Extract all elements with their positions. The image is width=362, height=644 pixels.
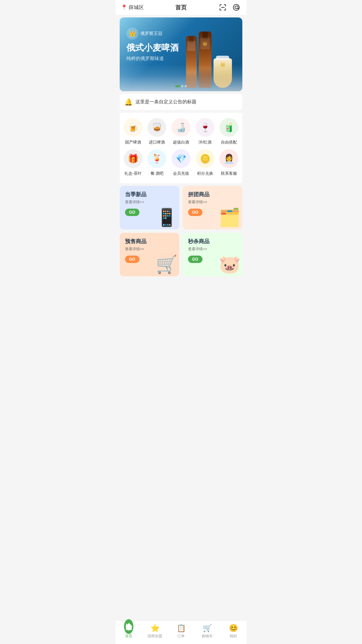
promo-new-season-title: 当季新品 bbox=[125, 191, 174, 198]
hero-banner[interactable]: 👑 俄罗斯王冠 俄式小麦啤酒 纯粹的俄罗斯味道 👑 👑 bbox=[120, 17, 242, 91]
brand-name: 俄罗斯王冠 bbox=[140, 31, 162, 37]
dot-3 bbox=[185, 85, 187, 87]
cat-bar-icon: 🍹 bbox=[147, 149, 166, 168]
cat-member-icon: 💎 bbox=[172, 149, 190, 168]
cat-mix-label: 自由搭配 bbox=[221, 140, 237, 145]
cat-member[interactable]: 💎 会员充值 bbox=[171, 149, 191, 176]
cat-domestic-label: 国产啤酒 bbox=[125, 140, 141, 145]
scan-icon[interactable] bbox=[218, 3, 228, 12]
banner-content: 👑 俄罗斯王冠 俄式小麦啤酒 纯粹的俄罗斯味道 bbox=[126, 28, 179, 62]
cat-baijiu[interactable]: 🍶 超值白酒 bbox=[171, 118, 191, 145]
cat-import-icon: 🥃 bbox=[147, 118, 166, 137]
notice-text: 这里是一条自定义公告的标题 bbox=[135, 99, 196, 105]
category-row-2: 🎁 礼盒-茶叶 🍹 餐.酒吧 💎 会员充值 🪙 积分兑换 bbox=[120, 149, 242, 180]
category-row-1: 🍺 国产啤酒 🥃 进口啤酒 🍶 超值白酒 🍷 洋/红酒 bbox=[120, 118, 242, 149]
cat-service[interactable]: 👩‍💼 联系客服 bbox=[219, 149, 239, 176]
promo-group-buy[interactable]: 拼团商品 查看详情>> GO 🗂️ bbox=[183, 186, 242, 229]
promo-flash-sale-image: 🐷 bbox=[219, 254, 241, 275]
promo-presale-title: 预售商品 bbox=[125, 238, 174, 245]
category-section: 🍺 国产啤酒 🥃 进口啤酒 🍶 超值白酒 🍷 洋/红酒 bbox=[120, 113, 242, 183]
cat-gift-icon: 🎁 bbox=[124, 149, 142, 168]
promo-flash-sale-go[interactable]: GO bbox=[188, 256, 202, 263]
crown-logo-icon: 👑 bbox=[126, 28, 138, 40]
promo-group-buy-image: 🗂️ bbox=[219, 207, 241, 228]
promo-new-season-subtitle: 查看详情>> bbox=[125, 200, 174, 205]
cat-wine-label: 洋/红酒 bbox=[198, 140, 212, 145]
cat-mix[interactable]: 🧃 自由搭配 bbox=[219, 118, 239, 145]
cat-bar[interactable]: 🍹 餐.酒吧 bbox=[147, 149, 167, 176]
promo-grid: 当季新品 查看详情>> GO 📱 拼团商品 查看详情>> GO 🗂️ 预售商品 … bbox=[120, 186, 242, 276]
location-pin-icon: 📍 bbox=[121, 4, 127, 10]
promo-flash-sale[interactable]: 秒杀商品 查看详情>> GO 🐷 bbox=[183, 233, 242, 276]
cat-import[interactable]: 🥃 进口啤酒 bbox=[147, 118, 167, 145]
promo-presale-subtitle: 查看详情>> bbox=[125, 247, 174, 252]
promo-flash-sale-title: 秒杀商品 bbox=[188, 238, 237, 245]
promo-presale[interactable]: 预售商品 查看详情>> GO 🛒 bbox=[120, 233, 179, 276]
promo-presale-go[interactable]: GO bbox=[125, 256, 139, 263]
cat-member-label: 会员充值 bbox=[173, 171, 189, 176]
cat-gift-label: 礼盒-茶叶 bbox=[124, 171, 142, 176]
promo-presale-image: 🛒 bbox=[156, 254, 178, 275]
dot-2 bbox=[181, 85, 183, 87]
header-bar: 📍 薛城区 首页 bbox=[116, 0, 246, 15]
cat-domestic[interactable]: 🍺 国产啤酒 bbox=[123, 118, 143, 145]
page-title: 首页 bbox=[175, 4, 187, 11]
location-area[interactable]: 📍 薛城区 bbox=[121, 4, 144, 11]
cat-mix-icon: 🧃 bbox=[220, 118, 238, 137]
dot-1 bbox=[175, 85, 180, 87]
cat-service-label: 联系客服 bbox=[221, 171, 237, 176]
promo-group-buy-title: 拼团商品 bbox=[188, 191, 237, 198]
promo-group-buy-subtitle: 查看详情>> bbox=[188, 200, 237, 205]
cat-points[interactable]: 🪙 积分兑换 bbox=[195, 149, 215, 176]
cat-import-label: 进口啤酒 bbox=[149, 140, 165, 145]
promo-new-season[interactable]: 当季新品 查看详情>> GO 📱 bbox=[120, 186, 179, 229]
cat-wine-icon: 🍷 bbox=[196, 118, 215, 137]
promo-group-buy-go[interactable]: GO bbox=[188, 209, 202, 216]
cat-points-icon: 🪙 bbox=[196, 149, 215, 168]
banner-logo: 👑 俄罗斯王冠 bbox=[126, 28, 179, 40]
promo-flash-sale-subtitle: 查看详情>> bbox=[188, 247, 237, 252]
cat-points-label: 积分兑换 bbox=[197, 171, 213, 176]
notice-bar[interactable]: 🔔 这里是一条自定义公告的标题 bbox=[120, 94, 242, 110]
cat-domestic-icon: 🍺 bbox=[124, 118, 142, 137]
location-text: 薛城区 bbox=[129, 4, 144, 11]
message-icon[interactable] bbox=[232, 3, 241, 12]
cat-service-icon: 👩‍💼 bbox=[220, 149, 238, 168]
banner-snow-overlay bbox=[120, 64, 242, 91]
promo-new-season-go[interactable]: GO bbox=[125, 209, 139, 216]
cat-baijiu-icon: 🍶 bbox=[172, 118, 190, 137]
cat-gift[interactable]: 🎁 礼盒-茶叶 bbox=[123, 149, 143, 176]
cat-baijiu-label: 超值白酒 bbox=[173, 140, 189, 145]
cat-bar-label: 餐.酒吧 bbox=[150, 171, 164, 176]
cat-wine[interactable]: 🍷 洋/红酒 bbox=[195, 118, 215, 145]
promo-new-season-image: 📱 bbox=[156, 207, 178, 228]
banner-title: 俄式小麦啤酒 bbox=[126, 42, 179, 54]
banner-subtitle: 纯粹的俄罗斯味道 bbox=[126, 56, 179, 62]
banner-dots bbox=[175, 85, 187, 87]
header-icons bbox=[218, 3, 241, 12]
bell-icon: 🔔 bbox=[124, 98, 133, 106]
